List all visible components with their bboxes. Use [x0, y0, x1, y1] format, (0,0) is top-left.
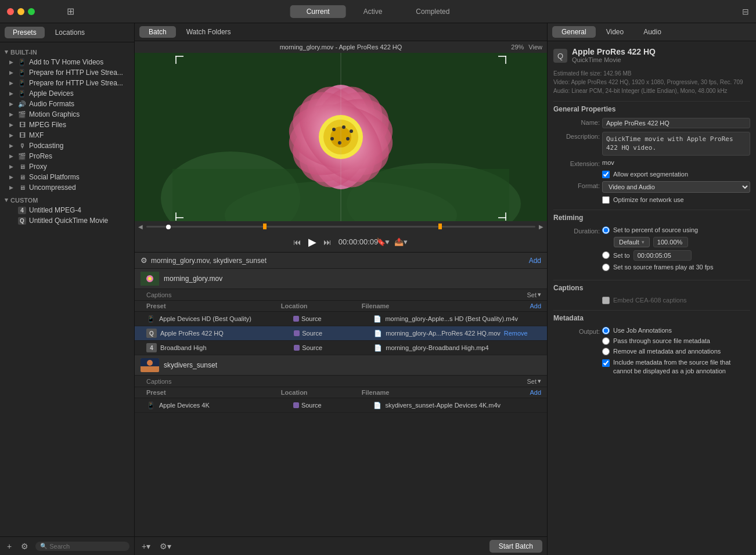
search-input[interactable] [49, 543, 96, 550]
timecode-input[interactable] [633, 250, 692, 261]
tree-item-http1[interactable]: ▶ 📱 Prepare for HTTP Live Strea... [0, 67, 134, 78]
tree-item-proxy[interactable]: ▶ 🖥 Proxy [0, 161, 134, 172]
batch-settings-button[interactable]: ⚙▾ [157, 540, 174, 552]
inspector-toggle[interactable]: ⊟ [742, 7, 749, 16]
item-arrow: ▶ [9, 101, 15, 107]
play-button[interactable]: ▶ [308, 236, 316, 248]
tab-audio[interactable]: Audio [634, 26, 671, 38]
tree-item-podcasting[interactable]: ▶ 🎙 Podcasting [0, 140, 134, 151]
scrubber-out-marker[interactable] [438, 224, 442, 229]
embed-captions-checkbox[interactable] [602, 297, 610, 304]
source-row-2[interactable]: skydivers_sunset [135, 355, 547, 376]
scrubber-track[interactable] [146, 226, 535, 228]
tree-item-motion-graphics[interactable]: ▶ 🎬 Motion Graphics [0, 109, 134, 120]
tab-locations[interactable]: Locations [47, 27, 93, 38]
tree-item-add-tv[interactable]: ▶ 📱 Add to TV Home Videos [0, 57, 134, 67]
item-icon-http1: 📱 [18, 69, 26, 77]
remove-button[interactable]: Remove [504, 330, 528, 337]
name-input[interactable] [602, 118, 750, 128]
tree-item-qt[interactable]: Q Untitled QuickTime Movie [0, 215, 134, 226]
percent-input[interactable] [653, 237, 688, 247]
go-to-start-button[interactable]: ⏮ [293, 237, 301, 247]
center-pane: Batch Watch Folders morning_glory.mov - … [135, 23, 547, 555]
tree-item-apple-devices[interactable]: ▶ 📱 Apple Devices [0, 88, 134, 99]
default-popup[interactable]: Default ▾ [614, 237, 650, 247]
jobs-add-button-1[interactable]: Add [530, 302, 541, 309]
timecode-display[interactable]: 00:00:00:09 [339, 237, 379, 246]
job-row-apple-4k[interactable]: 📱 Apple Devices 4K Source 📄 skydivers_su… [135, 398, 547, 413]
scrubber-end-icon: ▶ [539, 224, 543, 230]
preview-video-frame [135, 53, 547, 221]
svg-point-18 [342, 125, 345, 129]
tab-watch-folders[interactable]: Watch Folders [177, 26, 240, 38]
job-row-broadband[interactable]: 4 Broadband High Source 📄 morning_glory-… [135, 341, 547, 355]
item-icon-podcasting: 🎙 [18, 142, 26, 149]
use-annotations-radio[interactable] [602, 327, 610, 334]
preview-controls: 29% View [511, 44, 542, 51]
job-row-prores[interactable]: Q Apple ProRes 422 HQ Source 📄 morning_g… [135, 326, 547, 341]
tree-item-social[interactable]: ▶ 🖥 Social Platforms [0, 172, 134, 182]
close-button[interactable] [7, 8, 14, 15]
allow-export-checkbox[interactable] [602, 171, 610, 178]
tab-presets[interactable]: Presets [5, 27, 45, 38]
location-dot [293, 316, 299, 322]
set-source-radio[interactable] [602, 264, 610, 271]
sidebar-toggle-icon[interactable]: ⊞ [67, 6, 74, 17]
embed-captions-label: Embed CEA-608 captions [613, 297, 687, 304]
remove-all-radio[interactable] [602, 348, 610, 355]
file-size-meta: Estimated file size: 142.96 MB [553, 69, 750, 78]
start-batch-button[interactable]: Start Batch [489, 540, 542, 553]
scrubber-thumb[interactable] [166, 225, 171, 229]
set-to-radio[interactable] [602, 251, 610, 259]
tree-item-audio-formats[interactable]: ▶ 🔊 Audio Formats [0, 99, 134, 109]
titlebar-tab-completed[interactable]: Completed [399, 5, 466, 18]
jobs-add-button-2[interactable]: Add [530, 389, 541, 396]
job-location-3: Source [294, 344, 374, 351]
col-filename-header: Filename [362, 302, 530, 309]
batch-add-button[interactable]: Add [529, 257, 541, 265]
job-preset-3: Broadband High [160, 344, 294, 351]
view-button[interactable]: View [528, 44, 542, 51]
titlebar-tab-current[interactable]: Current [290, 5, 346, 18]
tab-general[interactable]: General [552, 26, 596, 38]
add-preset-button[interactable]: + [5, 540, 14, 552]
source-row-1[interactable]: morning_glory.mov [135, 269, 547, 289]
description-textarea[interactable]: QuickTime movie with Apple ProRes 422 HQ… [602, 132, 750, 156]
preview-scrubber[interactable]: ◀ ▶ [135, 221, 547, 232]
pass-through-row: Pass through source file metadata [602, 337, 750, 345]
optimize-checkbox[interactable] [602, 196, 610, 204]
maximize-button[interactable] [28, 8, 35, 15]
format-select[interactable]: Video and Audio [602, 181, 750, 193]
titlebar-tab-active[interactable]: Active [347, 5, 399, 18]
jobs-header-1: Preset Location Filename Add [135, 301, 547, 312]
zoom-level[interactable]: 29% [511, 44, 524, 51]
tree-item-prores[interactable]: ▶ 🎬 ProRes [0, 151, 134, 161]
go-to-end-button[interactable]: ⏭ [323, 237, 332, 247]
captions-row-2: Captions Set ▾ [135, 376, 547, 387]
scrubber-in-marker[interactable] [263, 224, 267, 229]
job-location-sky-1: Source [293, 402, 374, 409]
tree-item-uncompressed[interactable]: ▶ 🖥 Uncompressed [0, 182, 134, 193]
captions-row-1: Captions Set ▾ [135, 289, 547, 301]
bookmark-icon[interactable]: 🔖▾ [376, 237, 390, 246]
scrubber-start-icon: ◀ [138, 224, 143, 230]
captions-set-button-2[interactable]: Set ▾ [527, 377, 541, 385]
job-row-apple-devices[interactable]: 📱 Apple Devices HD (Best Quality) Source… [135, 312, 547, 326]
tree-item-http2[interactable]: ▶ 📱 Prepare for HTTP Live Strea... [0, 78, 134, 88]
tab-video[interactable]: Video [597, 26, 633, 38]
tree-item-mpeg4[interactable]: 4 Untitled MPEG-4 [0, 205, 134, 215]
pass-through-radio[interactable] [602, 337, 610, 345]
item-icon-prores: 🎬 [18, 153, 26, 160]
add-batch-button[interactable]: +▾ [139, 540, 153, 552]
captions-set-button-1[interactable]: Set ▾ [527, 291, 541, 298]
tab-batch[interactable]: Batch [139, 26, 176, 38]
chevron-down-icon: ▾ [538, 291, 541, 298]
tree-item-mxf[interactable]: ▶ 🎞 MXF [0, 130, 134, 140]
set-to-percent-radio[interactable] [602, 226, 610, 234]
share-icon[interactable]: 📤▾ [394, 237, 408, 246]
use-annotations-row: Use Job Annotations [602, 327, 750, 334]
include-metadata-checkbox[interactable] [602, 359, 610, 367]
tree-item-mpeg[interactable]: ▶ 🎞 MPEG Files [0, 120, 134, 130]
settings-button[interactable]: ⚙ [19, 540, 31, 552]
minimize-button[interactable] [17, 8, 24, 15]
